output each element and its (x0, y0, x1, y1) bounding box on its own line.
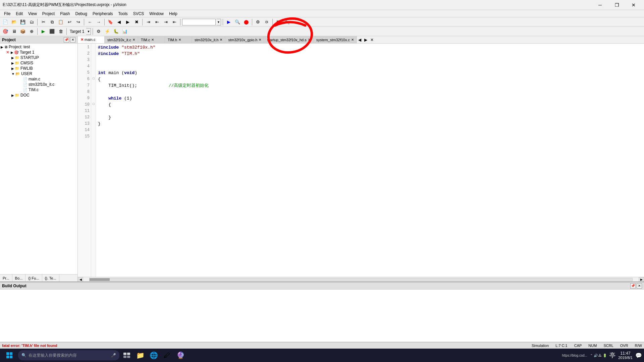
panel-close-button[interactable]: ✕ (70, 37, 75, 43)
build-btn[interactable]: ▶ (39, 28, 47, 35)
new-file-button[interactable]: 📄 (1, 18, 9, 26)
mic-icon[interactable]: 🎤 (111, 353, 116, 358)
zoom-dropdown-button[interactable]: ▼ (216, 19, 221, 25)
tree-user[interactable]: ▼ 📂 USER (1, 71, 77, 76)
unindent-button[interactable]: ⇤ (153, 18, 161, 26)
cut-button[interactable]: ✂ (39, 18, 47, 26)
copy-button[interactable]: ⧉ (48, 18, 56, 26)
fold-6[interactable]: □ (91, 75, 96, 82)
fold-10[interactable]: □ (91, 101, 96, 107)
target-icon[interactable]: 🎯 (1, 28, 9, 35)
code-lines[interactable]: #include "stm32f10x.h" #include "TIM.h" … (96, 44, 644, 277)
tree-target1[interactable]: ✕ ▶ 🎯 Target 1 (1, 50, 77, 55)
tab-timh-close[interactable]: ✕ (178, 38, 181, 42)
code-horizontal-scrollbar[interactable]: ◀ ▶ (78, 277, 644, 282)
app2-button[interactable]: 🔮 (174, 349, 186, 361)
tree-startup[interactable]: ▶ 📁 STARTUP (1, 55, 77, 60)
start-button[interactable] (2, 349, 17, 361)
zoom-input[interactable]: 40 (182, 19, 216, 25)
indent-button[interactable]: ⇥ (144, 18, 152, 26)
indent2-button[interactable]: ⇥ (162, 18, 170, 26)
tree-stm32itc[interactable]: ▶ 📄 stm32f10x_it.c (1, 82, 77, 87)
menu-peripherals[interactable]: Peripherals (90, 11, 116, 17)
ime-indicator[interactable]: 亭 (609, 351, 615, 359)
build-all-btn[interactable]: ⬛ (48, 28, 56, 35)
taskbar-search[interactable]: 🔍 🎤 (18, 350, 119, 360)
menu-edit[interactable]: Edit (13, 11, 25, 17)
package-btn[interactable]: 📦 (19, 28, 27, 35)
stop-button[interactable]: ⬤ (242, 18, 250, 26)
tab-systemc[interactable]: system_stm32f10x.c ✕ (314, 36, 357, 44)
search-button[interactable]: 🔍 (233, 18, 241, 26)
menu-help[interactable]: Help (166, 11, 180, 17)
prev-bookmark-button[interactable]: ◀ (115, 18, 123, 26)
grid-button[interactable]: ▦ (274, 18, 282, 26)
notification-button[interactable]: 💬 (635, 352, 642, 359)
code-editor[interactable]: 1 2 3 4 5 6 7 8 9 10 11 12 13 14 (78, 44, 644, 282)
tab-stm32itc-close[interactable]: ✕ (132, 38, 135, 42)
scroll-left-arrow[interactable]: ◀ (78, 277, 83, 282)
tree-fwlib[interactable]: ▶ 📁 FWLIB (1, 66, 77, 71)
menu-window[interactable]: Window (147, 11, 166, 17)
redo-button[interactable]: ↪ (74, 18, 82, 26)
panel-tab-templates[interactable]: {}. Te... (42, 275, 59, 282)
file-explorer-button[interactable]: 📁 (134, 349, 146, 361)
bookmark-button[interactable]: 🔖 (106, 18, 114, 26)
extra2-button[interactable]: ⛭ (263, 18, 271, 26)
flash-btn[interactable]: ⚡ (103, 28, 111, 35)
panel-tab-functions[interactable]: {} Fu... (25, 275, 42, 282)
menu-debug[interactable]: Debug (73, 11, 90, 17)
tab-scroll-left[interactable]: ◀ (357, 36, 363, 44)
rtos-btn[interactable]: 📊 (121, 28, 129, 35)
debug-start-btn[interactable]: 🐛 (112, 28, 120, 35)
tab-gpioh-close[interactable]: ✕ (259, 38, 261, 42)
tab-startups-close[interactable]: ✕ (308, 38, 311, 42)
build-close-button[interactable]: ✕ (637, 283, 642, 289)
tree-root[interactable]: ▶ 🖥 Project: test (1, 44, 77, 50)
tab-stm32ith[interactable]: stm32f10x_it.h ✕ (192, 36, 226, 44)
tree-timc[interactable]: ▶ 📄 TIM.c (1, 87, 77, 93)
unindent2-button[interactable]: ⇤ (170, 18, 178, 26)
next-bookmark-button[interactable]: ▶ (124, 18, 132, 26)
tab-timc-close[interactable]: ✕ (151, 38, 154, 42)
tools-button[interactable]: 🔧 (283, 18, 291, 26)
scroll-right-arrow[interactable]: ▶ (639, 277, 644, 282)
minimize-button[interactable]: ─ (592, 0, 608, 10)
tab-timc[interactable]: TIM.c ✕ (138, 36, 165, 44)
menu-file[interactable]: File (1, 11, 13, 17)
cpu-btn[interactable]: 🖥 (10, 28, 18, 35)
tab-stm32itc[interactable]: stm32f10x_it.c ✕ (105, 36, 138, 44)
tab-scroll-right[interactable]: ▶ (363, 36, 369, 44)
save-button[interactable]: 💾 (19, 18, 27, 26)
tree-cmsis[interactable]: ▶ 📁 CMSIS (1, 60, 77, 66)
tab-startups[interactable]: startup_stm32f10x_hd.s ✕ (264, 36, 313, 44)
extra1-button[interactable]: ⚙ (254, 18, 262, 26)
scroll-track[interactable] (89, 278, 633, 281)
tree-doc[interactable]: ▶ 📁 DOC (1, 93, 77, 98)
menu-flash[interactable]: Flash (57, 11, 72, 17)
menu-svcs[interactable]: SVCS (130, 11, 147, 17)
target-dropdown-button[interactable]: ▼ (86, 28, 91, 35)
tab-mainc[interactable]: ✕ main.c (78, 36, 105, 44)
taskbar-clock[interactable]: 11:47 2019/8/1 (618, 351, 633, 360)
panel-pin-button[interactable]: 📌 (64, 37, 69, 43)
tab-systemc-close[interactable]: ✕ (351, 38, 354, 42)
panel-tab-project[interactable]: Pr... (0, 275, 12, 282)
task-view-button[interactable] (121, 349, 133, 361)
scroll-thumb[interactable] (90, 278, 110, 281)
save-all-button[interactable]: 🗂 (28, 18, 36, 26)
build-pin-button[interactable]: 📌 (630, 283, 636, 289)
tab-close-active[interactable]: ✕ (369, 36, 375, 44)
close-button[interactable]: ✕ (626, 0, 641, 10)
debug-config-btn[interactable]: ⚙ (95, 28, 103, 35)
paste-button[interactable]: 📋 (57, 18, 65, 26)
menu-tools[interactable]: Tools (116, 11, 130, 17)
panel-tab-books[interactable]: Bo... (12, 275, 26, 282)
undo-button[interactable]: ↩ (65, 18, 73, 26)
nav-fwd-button[interactable]: → (95, 18, 103, 26)
clear-bookmark-button[interactable]: ✖ (132, 18, 141, 26)
system-tray[interactable]: ⌃ 🔊 🖧 🔋 (590, 354, 607, 357)
tab-gpioh[interactable]: stm32f10x_gpio.h ✕ (225, 36, 264, 44)
run-button[interactable]: ▶ (225, 18, 233, 26)
nav-back-button[interactable]: ← (86, 18, 94, 26)
